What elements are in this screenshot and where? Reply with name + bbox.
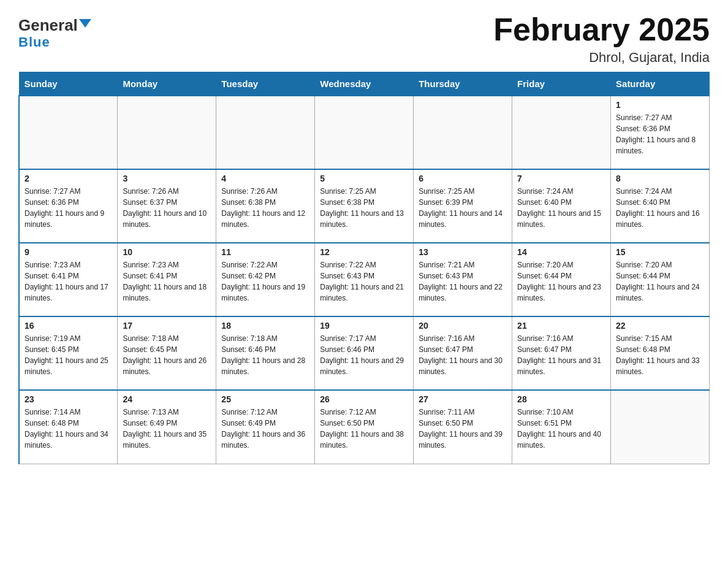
calendar-week-5: 23Sunrise: 7:14 AMSunset: 6:48 PMDayligh…: [19, 390, 710, 464]
col-tuesday: Tuesday: [216, 72, 315, 96]
calendar-cell: [216, 96, 315, 169]
day-number: 6: [419, 174, 507, 183]
day-number: 1: [616, 100, 704, 110]
day-info: Sunrise: 7:10 AMSunset: 6:51 PMDaylight:…: [517, 407, 605, 451]
col-wednesday: Wednesday: [315, 72, 414, 96]
calendar-cell: 2Sunrise: 7:27 AMSunset: 6:36 PMDaylight…: [19, 169, 118, 243]
calendar-cell: 24Sunrise: 7:13 AMSunset: 6:49 PMDayligh…: [118, 390, 216, 464]
calendar-cell: 27Sunrise: 7:11 AMSunset: 6:50 PMDayligh…: [414, 390, 512, 464]
day-number: 3: [123, 174, 211, 183]
calendar-cell: 26Sunrise: 7:12 AMSunset: 6:50 PMDayligh…: [315, 390, 414, 464]
calendar-cell: 10Sunrise: 7:23 AMSunset: 6:41 PMDayligh…: [118, 243, 216, 316]
calendar-cell: 8Sunrise: 7:24 AMSunset: 6:40 PMDaylight…: [611, 169, 710, 243]
col-sunday: Sunday: [19, 72, 118, 96]
day-number: 15: [616, 247, 704, 257]
calendar-cell: 1Sunrise: 7:27 AMSunset: 6:36 PMDaylight…: [611, 96, 710, 169]
calendar-cell: 13Sunrise: 7:21 AMSunset: 6:43 PMDayligh…: [414, 243, 512, 316]
logo-triangle-icon: [79, 19, 91, 28]
day-number: 10: [123, 247, 211, 257]
day-number: 27: [419, 394, 507, 404]
day-info: Sunrise: 7:16 AMSunset: 6:47 PMDaylight:…: [517, 333, 605, 377]
day-number: 2: [25, 174, 112, 183]
day-number: 25: [221, 394, 309, 404]
calendar-cell: 16Sunrise: 7:19 AMSunset: 6:45 PMDayligh…: [19, 316, 118, 390]
page-header: General Blue February 2025 Dhrol, Gujara…: [18, 12, 710, 66]
calendar-cell: 28Sunrise: 7:10 AMSunset: 6:51 PMDayligh…: [512, 390, 611, 464]
col-saturday: Saturday: [611, 72, 710, 96]
day-info: Sunrise: 7:26 AMSunset: 6:37 PMDaylight:…: [123, 186, 211, 230]
calendar-week-3: 9Sunrise: 7:23 AMSunset: 6:41 PMDaylight…: [19, 243, 710, 316]
calendar-cell: 3Sunrise: 7:26 AMSunset: 6:37 PMDaylight…: [118, 169, 216, 243]
calendar-cell: [19, 96, 118, 169]
day-number: 19: [320, 321, 408, 331]
calendar-cell: 22Sunrise: 7:15 AMSunset: 6:48 PMDayligh…: [611, 316, 710, 390]
day-number: 16: [25, 321, 112, 331]
calendar-title-block: February 2025 Dhrol, Gujarat, India: [493, 12, 710, 66]
day-info: Sunrise: 7:11 AMSunset: 6:50 PMDaylight:…: [419, 407, 507, 451]
calendar-cell: [414, 96, 512, 169]
calendar-header: Sunday Monday Tuesday Wednesday Thursday…: [19, 72, 710, 96]
calendar-cell: [512, 96, 611, 169]
calendar-cell: 4Sunrise: 7:26 AMSunset: 6:38 PMDaylight…: [216, 169, 315, 243]
day-info: Sunrise: 7:12 AMSunset: 6:49 PMDaylight:…: [221, 407, 309, 451]
day-info: Sunrise: 7:18 AMSunset: 6:46 PMDaylight:…: [221, 333, 309, 377]
day-number: 4: [221, 174, 309, 183]
day-info: Sunrise: 7:17 AMSunset: 6:46 PMDaylight:…: [320, 333, 408, 377]
logo-blue-text: Blue: [18, 34, 50, 50]
calendar-cell: 23Sunrise: 7:14 AMSunset: 6:48 PMDayligh…: [19, 390, 118, 464]
logo: General Blue: [18, 12, 91, 50]
day-info: Sunrise: 7:24 AMSunset: 6:40 PMDaylight:…: [616, 186, 704, 230]
calendar-cell: [315, 96, 414, 169]
day-info: Sunrise: 7:23 AMSunset: 6:41 PMDaylight:…: [25, 259, 112, 304]
day-info: Sunrise: 7:14 AMSunset: 6:48 PMDaylight:…: [25, 407, 112, 451]
day-info: Sunrise: 7:22 AMSunset: 6:43 PMDaylight:…: [320, 259, 408, 304]
col-monday: Monday: [118, 72, 216, 96]
logo-general-text: General: [18, 17, 78, 33]
calendar-cell: [118, 96, 216, 169]
day-info: Sunrise: 7:13 AMSunset: 6:49 PMDaylight:…: [123, 407, 211, 451]
calendar-cell: 9Sunrise: 7:23 AMSunset: 6:41 PMDaylight…: [19, 243, 118, 316]
day-number: 28: [517, 394, 605, 404]
day-info: Sunrise: 7:15 AMSunset: 6:48 PMDaylight:…: [616, 333, 704, 377]
calendar-week-2: 2Sunrise: 7:27 AMSunset: 6:36 PMDaylight…: [19, 169, 710, 243]
day-number: 5: [320, 174, 408, 183]
calendar-cell: 17Sunrise: 7:18 AMSunset: 6:45 PMDayligh…: [118, 316, 216, 390]
calendar-body: 1Sunrise: 7:27 AMSunset: 6:36 PMDaylight…: [19, 96, 710, 464]
day-info: Sunrise: 7:18 AMSunset: 6:45 PMDaylight:…: [123, 333, 211, 377]
day-info: Sunrise: 7:16 AMSunset: 6:47 PMDaylight:…: [419, 333, 507, 377]
calendar-cell: 7Sunrise: 7:24 AMSunset: 6:40 PMDaylight…: [512, 169, 611, 243]
day-info: Sunrise: 7:27 AMSunset: 6:36 PMDaylight:…: [25, 186, 112, 230]
day-info: Sunrise: 7:26 AMSunset: 6:38 PMDaylight:…: [221, 186, 309, 230]
day-number: 20: [419, 321, 507, 331]
day-number: 26: [320, 394, 408, 404]
day-number: 7: [517, 174, 605, 183]
calendar-cell: 12Sunrise: 7:22 AMSunset: 6:43 PMDayligh…: [315, 243, 414, 316]
calendar-cell: 11Sunrise: 7:22 AMSunset: 6:42 PMDayligh…: [216, 243, 315, 316]
calendar-week-1: 1Sunrise: 7:27 AMSunset: 6:36 PMDaylight…: [19, 96, 710, 169]
calendar-cell: 5Sunrise: 7:25 AMSunset: 6:38 PMDaylight…: [315, 169, 414, 243]
day-number: 9: [25, 247, 112, 257]
header-row: Sunday Monday Tuesday Wednesday Thursday…: [19, 72, 710, 96]
calendar-cell: 21Sunrise: 7:16 AMSunset: 6:47 PMDayligh…: [512, 316, 611, 390]
day-info: Sunrise: 7:25 AMSunset: 6:38 PMDaylight:…: [320, 186, 408, 230]
day-number: 17: [123, 321, 211, 331]
day-number: 23: [25, 394, 112, 404]
calendar-title: February 2025: [493, 12, 710, 47]
day-info: Sunrise: 7:12 AMSunset: 6:50 PMDaylight:…: [320, 407, 408, 451]
calendar-week-4: 16Sunrise: 7:19 AMSunset: 6:45 PMDayligh…: [19, 316, 710, 390]
day-info: Sunrise: 7:22 AMSunset: 6:42 PMDaylight:…: [221, 259, 309, 304]
day-number: 11: [221, 247, 309, 257]
day-number: 8: [616, 174, 704, 183]
day-info: Sunrise: 7:20 AMSunset: 6:44 PMDaylight:…: [616, 259, 704, 304]
calendar-cell: 14Sunrise: 7:20 AMSunset: 6:44 PMDayligh…: [512, 243, 611, 316]
day-number: 24: [123, 394, 211, 404]
calendar-cell: 19Sunrise: 7:17 AMSunset: 6:46 PMDayligh…: [315, 316, 414, 390]
calendar-cell: [611, 390, 710, 464]
calendar-cell: 15Sunrise: 7:20 AMSunset: 6:44 PMDayligh…: [611, 243, 710, 316]
day-number: 18: [221, 321, 309, 331]
calendar-table: Sunday Monday Tuesday Wednesday Thursday…: [18, 72, 710, 464]
col-friday: Friday: [512, 72, 611, 96]
day-info: Sunrise: 7:24 AMSunset: 6:40 PMDaylight:…: [517, 186, 605, 230]
day-info: Sunrise: 7:23 AMSunset: 6:41 PMDaylight:…: [123, 259, 211, 304]
day-number: 13: [419, 247, 507, 257]
